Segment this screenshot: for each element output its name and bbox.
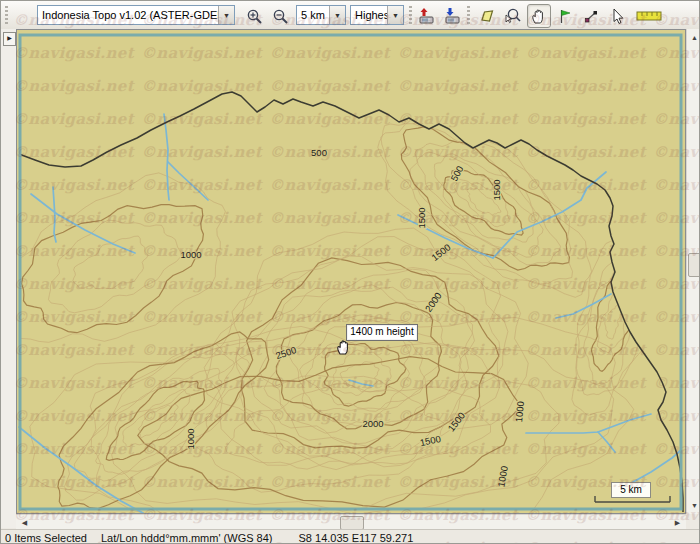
- chevron-down-icon[interactable]: ▼: [387, 6, 403, 24]
- contour-label: 1500: [491, 179, 502, 200]
- zoom-in-icon: [246, 8, 263, 25]
- scroll-right-icon[interactable]: ▶: [671, 516, 684, 529]
- zoom-tool-button[interactable]: [501, 4, 525, 28]
- zoom-out-button[interactable]: [268, 4, 292, 28]
- map-product-combo[interactable]: Indonesia Topo v1.02 (ASTER-GDEM) ▼: [37, 5, 235, 25]
- map-scale-combo[interactable]: 5 km ▼: [296, 5, 346, 25]
- zoom-out-icon: [272, 8, 289, 25]
- waypoint-tool-button[interactable]: [553, 4, 577, 28]
- toolbar: Indonesia Topo v1.02 (ASTER-GDEM) ▼ 5 km…: [1, 1, 700, 30]
- scroll-down-icon[interactable]: ▼: [688, 499, 700, 512]
- toolbar-grip[interactable]: [409, 6, 412, 24]
- receive-from-device-button[interactable]: [441, 4, 465, 28]
- contour-label: 1000: [180, 249, 201, 260]
- selection-tool-button[interactable]: [605, 4, 629, 28]
- vertical-scroll-thumb[interactable]: [688, 253, 700, 277]
- chevron-down-icon[interactable]: ▼: [218, 6, 234, 24]
- cursor-coordinates-status: S8 14.035 E117 59.271: [299, 532, 414, 544]
- map-scale-value: 5 km: [297, 9, 329, 21]
- scale-bar-label: 5 km: [611, 482, 651, 498]
- send-to-device-icon: [418, 7, 436, 25]
- contour-label: 1500: [416, 207, 427, 228]
- map-tool-icon: [479, 8, 496, 25]
- horizontal-scrollbar[interactable]: ◀ ▶: [16, 514, 686, 530]
- map-product-value: Indonesia Topo v1.02 (ASTER-GDEM): [38, 9, 218, 21]
- elevation-tooltip: 1400 m height: [346, 324, 418, 341]
- position-format-status: Lat/Lon hddd°mm.mmm' (WGS 84): [101, 532, 273, 544]
- toolbar-grip[interactable]: [467, 6, 470, 24]
- scroll-up-icon[interactable]: ▲: [688, 31, 700, 44]
- contour-label: 2000: [362, 418, 383, 429]
- map-tool-button[interactable]: [475, 4, 499, 28]
- collapsed-side-panel: ▶: [1, 29, 17, 528]
- vertical-scrollbar[interactable]: ▲ ▼: [686, 29, 700, 514]
- scroll-left-icon[interactable]: ◀: [18, 516, 31, 529]
- detail-level-value: Highest: [351, 9, 387, 21]
- route-tool-button[interactable]: [579, 4, 603, 28]
- detail-level-combo[interactable]: Highest ▼: [350, 5, 404, 25]
- horizontal-scroll-thumb[interactable]: [340, 516, 364, 530]
- toolbar-grip[interactable]: [5, 6, 8, 24]
- topo-map[interactable]: 5005001000150015001500200025002000150010…: [17, 30, 686, 514]
- contour-label: 1000: [185, 428, 196, 449]
- zoom-in-button[interactable]: [242, 4, 266, 28]
- chevron-down-icon[interactable]: ▼: [329, 6, 345, 24]
- selection-arrow-icon: [609, 8, 626, 25]
- hand-tool-icon: [530, 7, 548, 25]
- receive-from-device-icon: [444, 7, 462, 25]
- contour-label: 1000: [513, 401, 526, 423]
- map-viewport[interactable]: 5005001000150015001500200025002000150010…: [16, 29, 686, 514]
- send-to-device-button[interactable]: [415, 4, 439, 28]
- hand-tool-button[interactable]: [527, 4, 551, 28]
- ruler-icon: [636, 9, 662, 23]
- zoom-tool-icon: [504, 7, 522, 25]
- status-bar: 0 Items Selected Lat/Lon hddd°mm.mmm' (W…: [1, 529, 700, 544]
- distance-bearing-tool-button[interactable]: [633, 4, 665, 28]
- contour-label: 500: [311, 147, 327, 158]
- route-tool-icon: [583, 8, 600, 25]
- expand-panel-button[interactable]: ▶: [3, 32, 16, 46]
- items-selected-status: 0 Items Selected: [5, 532, 87, 544]
- waypoint-flag-icon: [557, 8, 574, 25]
